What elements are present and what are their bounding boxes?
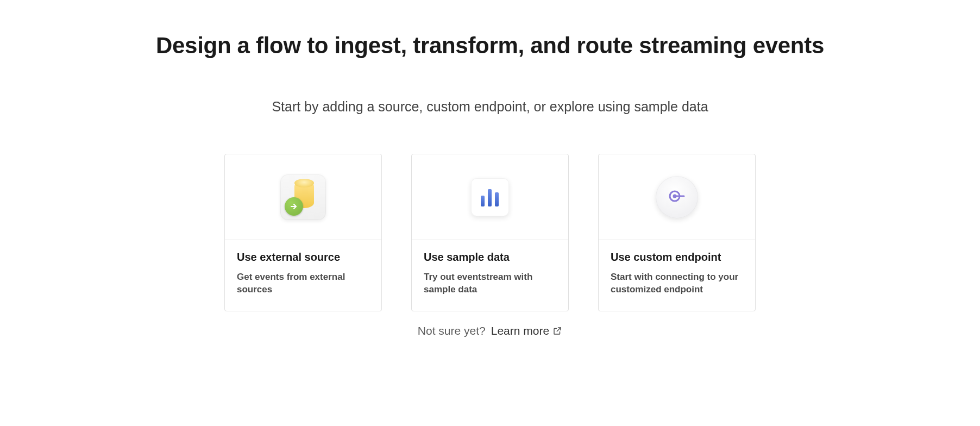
not-sure-label: Not sure yet? [418,324,486,337]
page-subtitle: Start by adding a source, custom endpoin… [0,99,980,115]
card-title: Use external source [237,251,369,264]
card-icon-area [412,154,568,240]
card-description: Start with connecting to your customized… [611,271,743,296]
footer-help-row: Not sure yet? Learn more [0,324,980,337]
card-use-sample-data[interactable]: Use sample data Try out eventstream with… [411,154,569,311]
card-body: Use external source Get events from exte… [225,240,381,296]
card-description: Get events from external sources [237,271,369,296]
card-icon-area [599,154,755,240]
card-use-external-source[interactable]: Use external source Get events from exte… [224,154,382,311]
card-title: Use custom endpoint [611,251,743,264]
flow-designer-start: Design a flow to ingest, transform, and … [0,0,980,337]
page-title: Design a flow to ingest, transform, and … [0,33,980,59]
card-icon-area [225,154,381,240]
bar-chart-icon [471,178,509,216]
card-use-custom-endpoint[interactable]: Use custom endpoint Start with connectin… [598,154,756,311]
card-body: Use custom endpoint Start with connectin… [599,240,755,296]
learn-more-link[interactable]: Learn more [491,324,562,337]
database-arrow-icon [280,174,326,220]
card-title: Use sample data [424,251,556,264]
card-body: Use sample data Try out eventstream with… [412,240,568,296]
external-link-icon [552,326,562,336]
endpoint-icon [656,176,698,218]
option-cards: Use external source Get events from exte… [0,154,980,311]
learn-more-label: Learn more [491,324,549,337]
card-description: Try out eventstream with sample data [424,271,556,296]
